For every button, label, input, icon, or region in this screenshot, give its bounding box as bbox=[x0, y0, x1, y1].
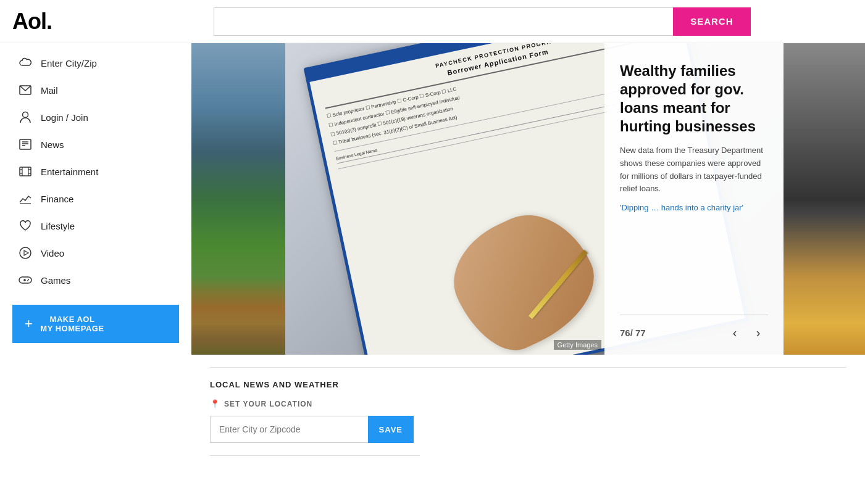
svg-rect-2 bbox=[20, 139, 31, 149]
hero-title: Wealthy families approved for gov. loans… bbox=[620, 62, 768, 136]
search-container: SEARCH bbox=[214, 7, 751, 36]
set-location-label: 📍 SET YOUR LOCATION bbox=[210, 399, 846, 408]
hero-center-image[interactable]: Paycheck Protection Program Borrower App… bbox=[285, 43, 784, 355]
right-thumb-image bbox=[784, 43, 865, 355]
sidebar-label-lifestyle: Lifestyle bbox=[41, 221, 75, 231]
sidebar-item-games[interactable]: Games bbox=[0, 266, 191, 294]
hero-slider: Paycheck Protection Program Borrower App… bbox=[191, 43, 865, 355]
divider-bottom bbox=[210, 455, 420, 456]
chart-icon bbox=[19, 192, 32, 205]
hero-description: New data from the Treasury Department sh… bbox=[620, 144, 768, 196]
location-input[interactable] bbox=[210, 416, 368, 443]
hero-counter-nav: 76/ 77 ‹ › bbox=[620, 315, 768, 342]
sidebar: Enter City/Zip Mail Login / Join bbox=[0, 43, 191, 474]
divider-top bbox=[210, 367, 846, 368]
sidebar-item-login-join[interactable]: Login / Join bbox=[0, 104, 191, 131]
sidebar-item-entertainment[interactable]: Entertainment bbox=[0, 158, 191, 185]
sidebar-item-lifestyle[interactable]: Lifestyle bbox=[0, 212, 191, 239]
sidebar-item-video[interactable]: Video bbox=[0, 239, 191, 266]
below-hero: LOCAL NEWS AND WEATHER 📍 SET YOUR LOCATI… bbox=[191, 355, 865, 474]
hero-link[interactable]: 'Dipping … hands into a charity jar' bbox=[620, 203, 743, 212]
svg-point-1 bbox=[23, 112, 28, 118]
location-save-button[interactable]: SAVE bbox=[368, 416, 414, 443]
games-icon bbox=[19, 273, 32, 287]
plus-icon: + bbox=[25, 316, 33, 332]
set-location-text: SET YOUR LOCATION bbox=[224, 400, 312, 408]
hero-text-content: Wealthy families approved for gov. loans… bbox=[620, 62, 768, 213]
sidebar-label-login-join: Login / Join bbox=[41, 112, 88, 123]
search-input[interactable] bbox=[214, 7, 674, 36]
search-button[interactable]: SEARCH bbox=[673, 7, 750, 36]
film-icon bbox=[19, 165, 32, 178]
play-icon bbox=[19, 246, 32, 260]
sidebar-label-entertainment: Entertainment bbox=[41, 167, 98, 177]
main-layout: Enter City/Zip Mail Login / Join bbox=[0, 43, 865, 474]
aol-logo[interactable]: Aol. bbox=[12, 9, 86, 35]
news-icon bbox=[19, 138, 32, 151]
sidebar-label-finance: Finance bbox=[41, 194, 73, 204]
svg-rect-6 bbox=[20, 167, 31, 176]
svg-marker-15 bbox=[24, 250, 28, 255]
make-homepage-button[interactable]: + MAKE AOL MY HOMEPAGE bbox=[12, 305, 179, 343]
sidebar-item-finance[interactable]: Finance bbox=[0, 185, 191, 212]
sidebar-label-games: Games bbox=[41, 275, 70, 286]
location-form: SAVE bbox=[210, 416, 414, 443]
hero-prev-button[interactable]: ‹ bbox=[725, 323, 745, 342]
hero-right-thumbnail[interactable] bbox=[784, 43, 865, 355]
hero-nav-buttons: ‹ › bbox=[725, 323, 768, 342]
user-icon bbox=[19, 110, 32, 124]
sidebar-item-mail[interactable]: Mail bbox=[0, 76, 191, 104]
hero-left-thumbnail[interactable] bbox=[191, 43, 285, 355]
getty-images-label: Getty Images bbox=[554, 340, 601, 350]
svg-point-20 bbox=[27, 280, 28, 281]
sidebar-item-enter-city-zip[interactable]: Enter City/Zip bbox=[0, 49, 191, 76]
pin-icon: 📍 bbox=[210, 399, 220, 408]
content-area: Paycheck Protection Program Borrower App… bbox=[191, 43, 865, 474]
sidebar-label-news: News bbox=[41, 139, 64, 150]
make-homepage-label: MAKE AOL MY HOMEPAGE bbox=[40, 315, 104, 333]
sidebar-label-video: Video bbox=[41, 248, 64, 258]
heart-icon bbox=[19, 219, 32, 233]
hero-next-button[interactable]: › bbox=[748, 323, 768, 342]
local-news-heading: LOCAL NEWS AND WEATHER bbox=[210, 380, 846, 389]
sidebar-label-enter-city-zip: Enter City/Zip bbox=[41, 58, 97, 68]
hero-info-box: Wealthy families approved for gov. loans… bbox=[604, 43, 784, 355]
sidebar-item-news[interactable]: News bbox=[0, 131, 191, 158]
header: Aol. SEARCH bbox=[0, 0, 865, 43]
cloud-icon bbox=[19, 56, 32, 70]
sidebar-label-mail: Mail bbox=[41, 85, 58, 96]
svg-point-19 bbox=[28, 279, 29, 280]
left-thumb-image bbox=[191, 43, 285, 355]
mail-icon bbox=[19, 83, 32, 97]
hero-slide-counter: 76/ 77 bbox=[620, 328, 646, 338]
svg-point-14 bbox=[20, 247, 31, 258]
